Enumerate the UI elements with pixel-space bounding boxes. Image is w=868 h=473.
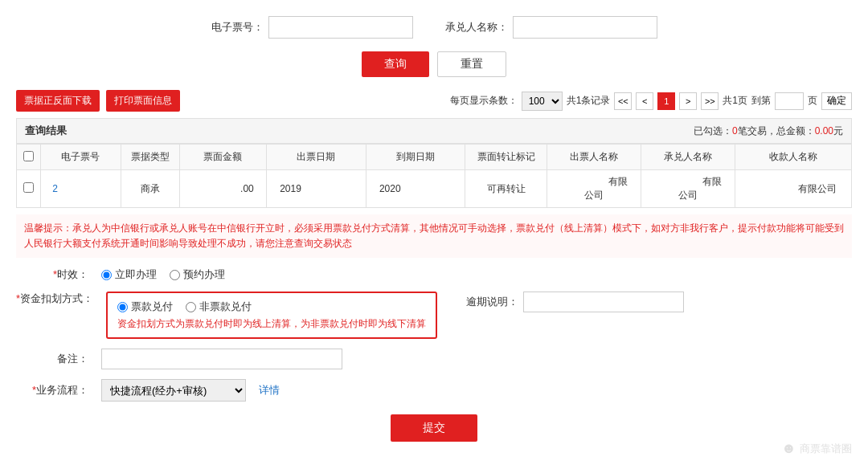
goto-confirm-btn[interactable]: 确定 — [821, 92, 852, 110]
search-row: 电子票号： 承兑人名称： — [16, 16, 852, 39]
reset-button[interactable]: 重置 — [437, 51, 506, 77]
prev-page-btn[interactable]: < — [636, 92, 653, 110]
overdue-input[interactable] — [523, 292, 684, 312]
flow-label: *业务流程： — [16, 383, 88, 398]
row-checkbox-cell — [17, 170, 41, 208]
next-page-btn[interactable]: > — [679, 92, 697, 110]
col-ticket-type: 票据类型 — [121, 145, 179, 170]
col-drawer: 出票人名称 — [547, 145, 641, 170]
row-drawer: 有限公司 — [547, 170, 641, 208]
row-ticket-no[interactable]: 2 — [41, 170, 121, 208]
result-table: 电子票号 票据类型 票面金额 出票日期 到期日期 票面转让标记 出票人名称 承兑… — [16, 144, 852, 208]
row-due-date: 2020 — [366, 170, 465, 208]
result-title: 查询结果 — [25, 124, 67, 138]
acceptor-name-group: 承兑人名称： — [445, 16, 657, 39]
scheduled-label: 预约办理 — [183, 267, 225, 282]
goto-label: 到第 — [751, 94, 771, 108]
warning-box: 温馨提示：承兑人为中信银行或承兑人账号在中信银行开立时，必须采用票款兑付方式清算… — [16, 214, 852, 258]
form-section: *时效： 立即办理 预约办理 *资金扣划方式： — [16, 267, 852, 402]
select-all-checkbox[interactable] — [23, 151, 34, 161]
total-pages-label: 共1页 — [723, 94, 747, 108]
selected-count: 0 — [732, 125, 738, 137]
row-ticket-type: 商承 — [121, 170, 179, 208]
col-due-date: 到期日期 — [366, 145, 465, 170]
overdue-label: 逾期说明： — [466, 295, 518, 309]
row-transfer-mark: 可再转让 — [465, 170, 547, 208]
overdue-group: 逾期说明： — [466, 292, 684, 312]
non-ticket-radio[interactable] — [186, 302, 196, 312]
time-effect-row: *时效： 立即办理 预约办理 — [16, 267, 852, 282]
scheduled-radio[interactable] — [170, 270, 180, 280]
download-button[interactable]: 票据正反面下载 — [16, 90, 100, 112]
ticket-payment-label: 票款兑付 — [131, 300, 173, 314]
print-button[interactable]: 打印票面信息 — [106, 90, 180, 112]
detail-link[interactable]: 详情 — [259, 383, 280, 398]
row-amount: .00 — [180, 170, 267, 208]
fund-deduct-label: *资金扣划方式： — [16, 292, 93, 306]
ticket-no-label: 电子票号： — [211, 20, 264, 35]
watermark-icon: ☻ — [781, 440, 796, 457]
submit-button[interactable]: 提交 — [391, 414, 477, 442]
scheduled-option[interactable]: 预约办理 — [170, 267, 225, 282]
fund-hint-text: 资金扣划方式为票款兑付时即为线上清算，为非票款兑付时即为线下清算 — [117, 317, 426, 331]
page-unit: 页 — [808, 94, 817, 108]
page-size-label: 每页显示条数： — [450, 94, 518, 108]
row-payee: 有限公司 — [735, 170, 851, 208]
current-page-btn[interactable]: 1 — [657, 92, 675, 110]
toolbar-pagination-row: 票据正反面下载 打印票面信息 每页显示条数： 100 50 200 共1条记录 … — [16, 90, 852, 112]
col-payee: 收款人名称 — [735, 145, 851, 170]
ticket-no-input[interactable] — [268, 16, 413, 39]
remark-row: 备注： — [16, 349, 852, 369]
ticket-payment-radio[interactable] — [117, 302, 128, 312]
time-effect-label: *时效： — [16, 267, 88, 282]
result-stats: 已勾选：0笔交易，总金额：0.00元 — [694, 124, 843, 138]
last-page-btn[interactable]: >> — [701, 92, 719, 110]
goto-page-input[interactable] — [775, 92, 804, 110]
table-row: 2 商承 .00 2019 2020 可再转让 有限公司 有限公司 有限公司 — [17, 170, 852, 208]
row-checkbox[interactable] — [23, 182, 34, 193]
warning-text: 温馨提示：承兑人为中信银行或承兑人账号在中信银行开立时，必须采用票款兑付方式清算… — [24, 222, 844, 249]
query-btn-row: 查询 重置 — [16, 51, 852, 77]
flow-select[interactable]: 快捷流程(经办+审核) 标准流程 — [101, 379, 246, 402]
remark-label: 备注： — [16, 352, 88, 366]
submit-row: 提交 — [16, 414, 852, 442]
col-ticket-no: 电子票号 — [41, 145, 121, 170]
col-checkbox — [17, 145, 41, 170]
result-section-header: 查询结果 已勾选：0笔交易，总金额：0.00元 — [16, 118, 852, 144]
acceptor-name-input[interactable] — [513, 16, 657, 39]
non-ticket-label: 非票款兑付 — [199, 300, 252, 314]
fund-deduct-bordered-box: 票款兑付 非票款兑付 资金扣划方式为票款兑付时即为线上清算，为非票款兑付时即为线… — [106, 292, 437, 339]
col-acceptor: 承兑人名称 — [641, 145, 735, 170]
acceptor-name-label: 承兑人名称： — [445, 20, 508, 35]
ticket-payment-option[interactable]: 票款兑付 — [117, 300, 173, 314]
page-container: 电子票号： 承兑人名称： 查询 重置 票据正反面下载 打印票面信息 每页显示条数… — [0, 0, 868, 473]
fund-deduct-radio-group: 票款兑付 非票款兑付 — [117, 300, 426, 314]
immediate-radio[interactable] — [101, 270, 112, 280]
total-amount: 0.00 — [815, 125, 833, 137]
immediate-option[interactable]: 立即办理 — [101, 267, 157, 282]
first-page-btn[interactable]: << — [614, 92, 632, 110]
fund-deduct-row: *资金扣划方式： 票款兑付 非票款兑付 资金扣划方式为票款兑付时即为线上清算，为… — [16, 292, 852, 339]
non-ticket-option[interactable]: 非票款兑付 — [186, 300, 252, 314]
toolbar-left: 票据正反面下载 打印票面信息 — [16, 90, 180, 112]
page-size-select[interactable]: 100 50 200 — [522, 92, 563, 111]
col-transfer-mark: 票面转让标记 — [465, 145, 547, 170]
row-acceptor: 有限公司 — [641, 170, 735, 208]
immediate-label: 立即办理 — [115, 267, 157, 282]
col-amount: 票面金额 — [180, 145, 267, 170]
time-effect-radio-group: 立即办理 预约办理 — [101, 267, 225, 282]
col-issue-date: 出票日期 — [266, 145, 366, 170]
watermark: ☻ 商票靠谱圈 — [781, 440, 852, 457]
total-records: 共1条记录 — [567, 94, 611, 108]
flow-row: *业务流程： 快捷流程(经办+审核) 标准流程 详情 — [16, 379, 852, 402]
query-button[interactable]: 查询 — [362, 51, 429, 77]
watermark-text: 商票靠谱圈 — [800, 442, 852, 456]
row-issue-date: 2019 — [266, 170, 366, 208]
pagination-right: 每页显示条数： 100 50 200 共1条记录 << < 1 > >> 共1页… — [450, 92, 852, 111]
remark-input[interactable] — [101, 349, 342, 369]
ticket-no-group: 电子票号： — [211, 16, 413, 39]
